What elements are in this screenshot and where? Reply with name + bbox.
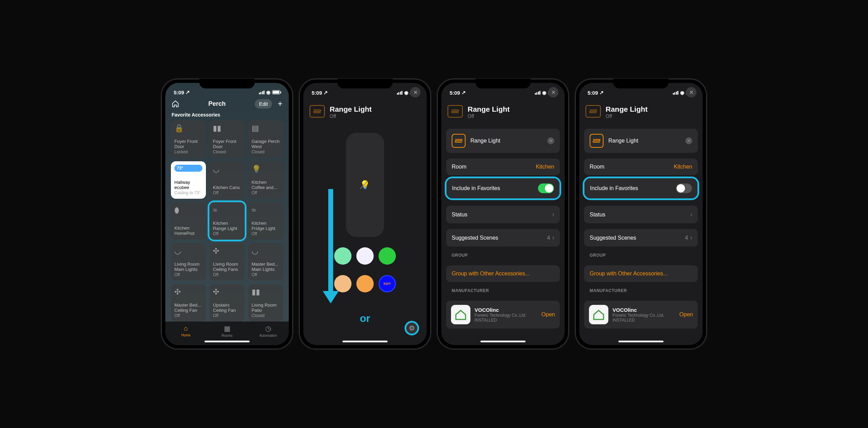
- color-white[interactable]: [356, 247, 374, 265]
- accessory-tile[interactable]: ≈Kitchen Range LightOff: [209, 202, 244, 240]
- automation-tab-icon: ◷: [265, 324, 271, 333]
- range-light-icon: [310, 105, 325, 118]
- favorites-row-highlight: Include in Favorites: [445, 177, 561, 200]
- name-field-row[interactable]: Range Light ✕: [584, 129, 698, 153]
- status-row[interactable]: Status ›: [584, 206, 698, 223]
- accessory-tile[interactable]: ✣Upstairs Ceiling FanOff: [209, 284, 244, 322]
- color-green[interactable]: [379, 247, 396, 265]
- include-favorites-row[interactable]: Include in Favorites: [584, 178, 697, 198]
- home-icon[interactable]: [172, 100, 179, 108]
- accessory-title: Range Light: [468, 105, 510, 113]
- section-title: Favorite Accessories: [165, 112, 289, 120]
- group-accessories-link[interactable]: Group with Other Accessories...: [584, 265, 698, 282]
- tile-state: Off: [252, 272, 280, 277]
- tab-home[interactable]: ⌂Home: [165, 324, 207, 337]
- settings-gear-button[interactable]: ⚙: [405, 321, 419, 335]
- home-indicator[interactable]: [480, 341, 526, 342]
- color-edit-button[interactable]: EDIT: [379, 275, 396, 292]
- accessory-tile[interactable]: ⬮Kitchen HomePod: [171, 202, 206, 240]
- room-value: Kitchen: [536, 164, 554, 170]
- range-light-icon: [585, 105, 601, 118]
- tile-state: Off: [174, 272, 202, 277]
- tile-state: Locked: [174, 149, 202, 154]
- tab-automation[interactable]: ◷Automation: [248, 324, 289, 337]
- tile-name: Hallway ecobee: [174, 180, 202, 190]
- accessory-tile[interactable]: ▤Garage Perch WestClosed: [248, 120, 283, 158]
- tile-name: Kitchen Cans: [213, 185, 241, 190]
- name-field-value: Range Light: [470, 138, 500, 144]
- can-icon: ◡: [252, 247, 280, 256]
- name-field-row[interactable]: Range Light ✕: [446, 129, 560, 153]
- room-row[interactable]: Room Kitchen: [446, 159, 560, 175]
- room-row[interactable]: Room Kitchen: [584, 159, 698, 175]
- favorites-row-highlight: Include in Favorites: [583, 177, 699, 200]
- accessory-tile[interactable]: ◡Living Room Main LightsOff: [171, 243, 206, 281]
- group-accessories-link[interactable]: Group with Other Accessories...: [446, 265, 560, 282]
- accessory-title: Range Light: [606, 105, 648, 113]
- status-label: Status: [590, 212, 605, 218]
- manufacturer-company: Foneric Technology Co.,Ltd.: [613, 313, 675, 318]
- group-header: GROUP: [446, 247, 560, 260]
- include-favorites-row[interactable]: Include in Favorites: [446, 178, 559, 198]
- cellular-icon: [535, 91, 541, 95]
- favorites-toggle-off[interactable]: [676, 183, 692, 193]
- home-indicator[interactable]: [618, 341, 663, 342]
- range-light-icon: [448, 105, 463, 118]
- suggested-scenes-row[interactable]: Suggested Scenes 4›: [446, 229, 560, 247]
- home-indicator[interactable]: [342, 341, 388, 342]
- close-button[interactable]: ✕: [548, 87, 558, 97]
- room-label: Room: [452, 164, 467, 170]
- room-value: Kitchen: [674, 164, 692, 170]
- accessory-tile[interactable]: ≈Kitchen Fridge LightOff: [248, 202, 283, 240]
- nav-bar: Perch Edit +: [165, 97, 289, 112]
- add-button[interactable]: +: [278, 99, 283, 109]
- accessory-state: Off: [330, 113, 372, 119]
- range-icon: ≈: [252, 206, 280, 215]
- tile-name: Kitchen Fridge Light: [252, 221, 280, 231]
- accessory-tile[interactable]: 73°Hallway ecobeeCooling to 73°: [171, 161, 206, 199]
- tile-name: Master Bed... Ceiling Fan: [174, 302, 202, 313]
- accessory-grid: 🔒Foyer Front DoorLocked▮▮Foyer Front Doo…: [165, 120, 289, 322]
- color-mint[interactable]: [334, 247, 351, 265]
- name-field-value: Range Light: [608, 138, 638, 144]
- phone-3: 5:09↗ ◉ ✕ Range Light Off Range Light: [437, 79, 569, 349]
- suggested-scenes-row[interactable]: Suggested Scenes 4›: [584, 229, 698, 247]
- accessory-tile[interactable]: ✣Master Bed... Ceiling FanOff: [171, 284, 206, 322]
- manufacturer-row[interactable]: VOCOlinc Foneric Technology Co.,Ltd. INS…: [446, 301, 560, 328]
- tab-rooms[interactable]: ▦Rooms: [207, 324, 248, 337]
- clear-name-button[interactable]: ✕: [685, 137, 692, 144]
- clear-name-button[interactable]: ✕: [547, 137, 554, 144]
- close-button[interactable]: ✕: [686, 87, 696, 97]
- chevron-right-icon: ›: [690, 234, 692, 241]
- tile-name: Living Room Main Lights: [174, 262, 202, 272]
- accessory-tile[interactable]: ◡Kitchen CansOff: [209, 161, 244, 199]
- status-row[interactable]: Status ›: [446, 206, 560, 223]
- color-orange[interactable]: [356, 275, 374, 292]
- home-indicator[interactable]: [205, 341, 250, 342]
- phone-1: 5:09 ↗ ◉ Perch Edit + Favorite Accessori…: [161, 79, 293, 349]
- accessory-tile[interactable]: 💡Kitchen Coffee and...Off: [248, 161, 283, 199]
- close-button[interactable]: ✕: [410, 87, 420, 97]
- accessory-tile[interactable]: ◡Master Bed... Main LightsOff: [248, 243, 283, 281]
- color-tan[interactable]: [334, 275, 351, 292]
- tile-name: Garage Perch West: [252, 139, 280, 149]
- accessory-tile[interactable]: ▮▮Foyer Front DoorClosed: [209, 120, 244, 158]
- lock-icon: 🔒: [174, 124, 202, 133]
- accessory-header: Range Light Off: [303, 98, 427, 123]
- bulb-off-icon: 💡: [360, 180, 370, 190]
- brightness-slider[interactable]: 💡: [346, 133, 384, 237]
- favorites-toggle-on[interactable]: [538, 183, 554, 193]
- fan-icon: ✣: [213, 247, 241, 256]
- edit-button[interactable]: Edit: [255, 99, 272, 109]
- accessory-tile[interactable]: ✣Living Room Ceiling FansOff: [209, 243, 244, 281]
- room-label: Room: [590, 164, 605, 170]
- tile-name: Foyer Front Door: [213, 139, 241, 149]
- manufacturer-row[interactable]: VOCOlinc Foneric Technology Co.,Ltd. INS…: [584, 301, 698, 328]
- page-title: Perch: [208, 100, 226, 108]
- accessory-tile[interactable]: ▮▮Living Room PatioClosed: [248, 284, 283, 322]
- open-app-button[interactable]: Open: [679, 311, 693, 318]
- open-app-button[interactable]: Open: [541, 311, 555, 318]
- cellular-icon: [673, 91, 679, 95]
- accessory-tile[interactable]: 🔒Foyer Front DoorLocked: [171, 120, 206, 158]
- temp-badge: 73°: [174, 165, 202, 172]
